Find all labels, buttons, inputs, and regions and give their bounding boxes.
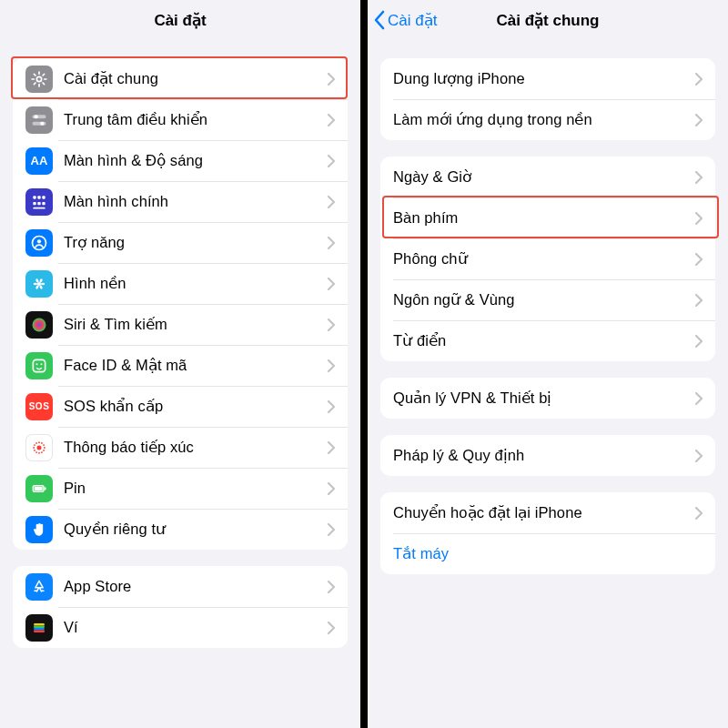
row-battery[interactable]: Pin [13,468,348,509]
chevron-right-icon [328,114,335,126]
row-siri[interactable]: Siri & Tìm kiếm [13,304,348,345]
general-list[interactable]: Dung lượng iPhoneLàm mới ứng dụng trong … [368,40,728,728]
row-storage[interactable]: Dung lượng iPhone [380,58,715,99]
siri-icon [25,311,53,339]
row-shutdown[interactable]: Tắt máy [380,533,715,574]
row-accessibility[interactable]: Trợ năng [13,222,348,263]
svg-line-2 [43,83,45,85]
row-exposure[interactable]: Thông báo tiếp xúc [13,427,348,468]
row-sos[interactable]: SOSSOS khẩn cấp [13,386,348,427]
row-datetime[interactable]: Ngày & Giờ [380,157,715,197]
chevron-right-icon [695,294,703,307]
svg-rect-49 [34,623,45,626]
row-faceid[interactable]: Face ID & Mật mã [13,345,348,386]
row-privacy[interactable]: Quyền riêng tư [13,509,348,550]
back-label: Cài đặt [388,11,437,30]
exposure-icon [25,434,53,461]
row-label: Dung lượng iPhone [393,70,688,87]
row-home[interactable]: Màn hình chính [13,181,348,222]
row-legal[interactable]: Pháp lý & Quy định [380,435,715,476]
chevron-right-icon [328,73,335,86]
svg-point-44 [41,442,43,444]
chevron-right-icon [695,253,703,266]
svg-point-21 [37,239,41,243]
row-label: Trung tâm điều khiển [64,111,320,128]
settings-list[interactable]: Cài đặt chungTrung tâm điều khiểnAAMàn h… [0,40,360,728]
row-label: Pin [64,480,320,497]
row-wallpaper[interactable]: Hình nền [13,263,348,304]
svg-point-38 [35,451,37,453]
row-vpn[interactable]: Quản lý VPN & Thiết bị [380,378,715,419]
hand-icon [25,516,53,543]
row-appstore[interactable]: App Store [13,566,348,607]
row-display[interactable]: AAMàn hình & Độ sáng [13,140,348,181]
svg-point-39 [34,450,35,451]
grid-icon [25,188,53,216]
row-label: Bàn phím [393,209,688,227]
svg-point-26 [34,282,37,285]
row-label: Ví [64,619,320,636]
row-fonts[interactable]: Phông chữ [380,238,715,279]
flower-icon [25,270,53,298]
settings-group: App StoreVí [13,566,348,648]
svg-point-43 [38,441,40,443]
chevron-right-icon [328,581,335,593]
row-bgapp[interactable]: Làm mới ứng dụng trong nền [380,99,715,140]
chevron-right-icon [328,359,335,372]
row-control[interactable]: Trung tâm điều khiển [13,99,348,140]
row-label: App Store [64,578,320,595]
chevron-right-icon [328,622,335,634]
chevron-right-icon [695,507,703,520]
chevron-right-icon [695,392,703,405]
face-icon [25,352,53,379]
AA-icon: AA [25,147,53,175]
settings-group: Cài đặt chungTrung tâm điều khiểnAAMàn h… [13,58,348,550]
svg-point-22 [37,281,41,285]
page-title: Cài đặt [154,11,206,30]
settings-group: Quản lý VPN & Thiết bị [380,378,715,419]
svg-point-33 [37,445,42,450]
svg-point-45 [43,444,45,446]
svg-line-6 [34,74,35,76]
row-reset[interactable]: Chuyển hoặc đặt lại iPhone [380,492,715,533]
svg-point-23 [41,282,45,285]
svg-point-12 [40,121,44,125]
svg-rect-51 [34,628,45,631]
chevron-right-icon [328,318,335,331]
row-keyboard[interactable]: Bàn phím [380,197,715,238]
chevron-right-icon [695,450,703,462]
row-general[interactable]: Cài đặt chung [13,58,348,99]
sliders-icon [25,106,53,134]
svg-point-42 [35,442,37,444]
svg-rect-18 [42,202,45,205]
svg-point-36 [41,451,43,453]
svg-rect-13 [33,196,35,198]
row-lang[interactable]: Ngôn ngữ & Vùng [380,279,715,320]
row-label: Làm mới ứng dụng trong nền [393,111,688,128]
svg-point-29 [33,318,46,331]
svg-rect-17 [37,202,40,205]
chevron-right-icon [328,523,335,536]
row-wallet[interactable]: Ví [13,607,348,648]
row-dict[interactable]: Từ điển [380,320,715,361]
row-label: Quản lý VPN & Thiết bị [393,389,688,407]
chevron-right-icon [695,114,703,126]
chevron-right-icon [328,441,335,454]
svg-rect-16 [33,202,35,205]
chevron-right-icon [328,155,335,167]
row-label: Từ điển [393,332,688,349]
appstore-icon [25,573,53,601]
chevron-left-icon [373,10,385,30]
chevron-right-icon [328,237,335,249]
svg-point-37 [38,451,40,453]
row-label: Phông chữ [393,250,688,268]
nav-bar: Cài đặt [0,0,360,40]
row-label: Màn hình chính [64,193,320,210]
row-label: Quyền riêng tư [64,521,320,538]
chevron-right-icon [695,212,703,225]
settings-group: Pháp lý & Quy định [380,435,715,476]
row-label: SOS khẩn cấp [64,398,320,415]
gear-icon [25,66,53,93]
general-screen: Cài đặt Cài đặt chung Dung lượng iPhoneL… [364,0,728,728]
back-button[interactable]: Cài đặt [373,0,437,40]
